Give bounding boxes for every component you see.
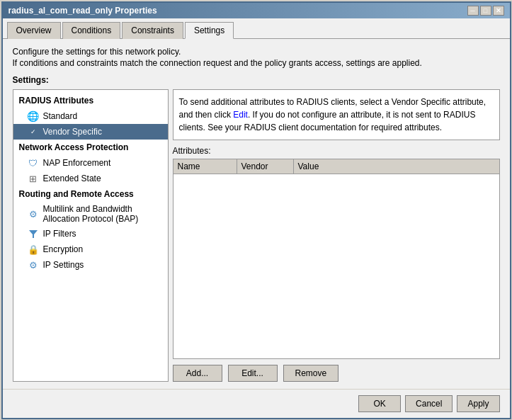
network-icon: ⊞ <box>28 173 39 184</box>
main-window: radius_al_com_read_only Properties ─ □ ✕… <box>1 1 511 419</box>
apply-button[interactable]: Apply <box>457 395 499 412</box>
tab-conditions[interactable]: Conditions <box>62 22 121 39</box>
nav-label-multilink: Multilink and Bandwidth Allocation Proto… <box>43 204 162 224</box>
settings-label: Settings: <box>13 75 500 85</box>
description-line2: If conditions and constraints match the … <box>13 57 500 69</box>
section-radius-attributes: RADIUS Attributes <box>13 93 168 108</box>
col-header-name: Name <box>173 159 237 174</box>
svg-marker-0 <box>29 230 38 238</box>
remove-button[interactable]: Remove <box>283 365 339 382</box>
minimize-button[interactable]: ─ <box>467 6 479 16</box>
nav-label-extended-state: Extended State <box>43 174 101 183</box>
table-body <box>173 174 499 356</box>
close-button[interactable]: ✕ <box>493 6 504 16</box>
lock-icon: 🔒 <box>28 244 39 255</box>
nav-label-nap-enforcement: NAP Enforcement <box>43 158 111 168</box>
table-header: Name Vendor Value <box>173 159 499 174</box>
action-buttons: Add... Edit... Remove <box>173 365 500 382</box>
tab-constraints[interactable]: Constraints <box>122 22 183 39</box>
add-button[interactable]: Add... <box>173 365 222 382</box>
tab-settings[interactable]: Settings <box>185 22 234 39</box>
nav-label-ip-filters: IP Filters <box>43 229 76 239</box>
nav-item-ip-filters[interactable]: IP Filters <box>13 226 168 242</box>
ok-button[interactable]: OK <box>358 395 401 412</box>
col-header-value: Value <box>294 159 499 174</box>
left-panel: RADIUS Attributes 🌐 Standard ✓ Vendor Sp… <box>13 89 169 381</box>
description: Configure the settings for this network … <box>13 46 500 70</box>
tabs-bar: Overview Conditions Constraints Settings <box>3 18 510 39</box>
nav-item-vendor-specific[interactable]: ✓ Vendor Specific <box>13 124 168 140</box>
nav-item-encryption[interactable]: 🔒 Encryption <box>13 242 168 257</box>
filter-icon <box>28 228 39 239</box>
nav-item-extended-state[interactable]: ⊞ Extended State <box>13 171 168 186</box>
nav-label-ip-settings: IP Settings <box>43 260 84 270</box>
window-title: radius_al_com_read_only Properties <box>8 6 157 16</box>
title-bar-buttons: ─ □ ✕ <box>467 6 504 16</box>
cancel-button[interactable]: Cancel <box>405 395 453 412</box>
nav-label-standard: Standard <box>43 111 78 121</box>
attributes-label: Attributes: <box>173 146 500 156</box>
check-icon: ✓ <box>28 126 39 137</box>
multilink-icon: ⚙ <box>28 208 39 220</box>
ip-settings-icon: ⚙ <box>28 259 39 271</box>
nav-item-multilink[interactable]: ⚙ Multilink and Bandwidth Allocation Pro… <box>13 202 168 226</box>
section-nap: Network Access Protection <box>13 140 168 155</box>
tab-overview[interactable]: Overview <box>7 22 61 39</box>
content-area: Configure the settings for this network … <box>3 39 510 389</box>
section-routing: Routing and Remote Access <box>13 186 168 202</box>
maximize-button[interactable]: □ <box>480 6 491 16</box>
shield-icon: 🛡 <box>28 157 39 169</box>
col-header-vendor: Vendor <box>237 159 294 174</box>
attributes-table: Name Vendor Value <box>173 159 500 358</box>
info-text-link: Edit <box>233 110 248 120</box>
nav-item-standard[interactable]: 🌐 Standard <box>13 108 168 124</box>
edit-button[interactable]: Edit... <box>228 365 278 382</box>
right-panel: To send additional attributes to RADIUS … <box>173 89 500 381</box>
nav-item-nap-enforcement[interactable]: 🛡 NAP Enforcement <box>13 155 168 171</box>
info-box: To send additional attributes to RADIUS … <box>173 89 500 140</box>
nav-label-encryption: Encryption <box>43 244 84 254</box>
globe-icon: 🌐 <box>28 110 39 122</box>
bottom-bar: OK Cancel Apply <box>3 389 510 418</box>
main-panel: RADIUS Attributes 🌐 Standard ✓ Vendor Sp… <box>13 89 500 381</box>
nav-label-vendor-specific: Vendor Specific <box>43 127 102 137</box>
title-bar: radius_al_com_read_only Properties ─ □ ✕ <box>3 3 510 18</box>
description-line1: Configure the settings for this network … <box>13 46 500 58</box>
nav-item-ip-settings[interactable]: ⚙ IP Settings <box>13 257 168 273</box>
